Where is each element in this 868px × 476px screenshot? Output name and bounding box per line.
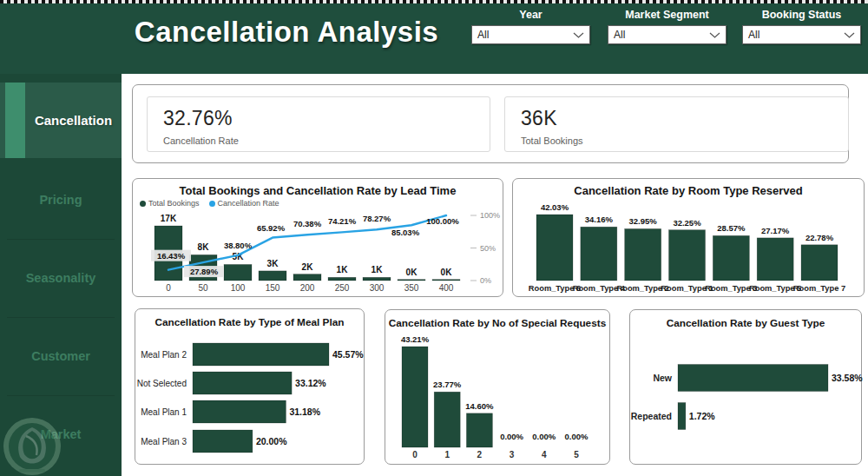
bar-value-label: 20.00% [256,436,287,446]
sidebar-item-label: Cancellation [35,113,112,128]
filter-market-segment: Market Segment All [608,9,727,44]
filter-year-dropdown[interactable]: All [471,25,590,44]
sidebar-item-seasonality[interactable]: Seasonality [0,239,122,317]
meal-plan-bar-chart: Meal Plan 245.57%Not Selected33.12%Meal … [135,309,365,466]
y-axis-label: New [653,373,672,383]
bar[interactable] [581,227,617,281]
divider [7,317,115,318]
line-value-label: 74.21% [328,216,357,226]
line-value-label: 78.27% [363,214,391,223]
bar-value-label: 0K [406,268,418,277]
bar[interactable] [678,403,686,430]
bar[interactable] [713,235,749,281]
y2-axis-label: 0% [480,276,491,285]
x-axis-label: 2 [477,450,483,459]
bar-value-label: 33.58% [832,373,863,383]
x-axis-label: 4 [542,450,547,459]
bar-value-label: 43.21% [401,334,430,344]
x-axis-label: 200 [300,283,315,293]
chart-card-guest-type: Cancellation Rate by Guest Type New33.58… [629,309,862,465]
page-title: Cancellation Analysis [126,16,447,49]
filter-market-segment-value: All [614,29,625,41]
bar[interactable] [434,392,460,447]
line-value-label: 65.92% [257,223,286,233]
filter-market-segment-dropdown[interactable]: All [608,25,727,44]
chevron-down-icon [844,32,855,38]
bar-value-label: 32.95% [629,216,658,226]
line-value-label: 100.00% [426,216,459,226]
bar-value-label: 34.16% [585,215,614,224]
bar[interactable] [678,365,828,392]
bar[interactable] [801,245,838,281]
bar-value-label: 14.60% [465,401,494,411]
line-value-label: 70.38% [293,219,322,228]
bar[interactable] [193,400,286,423]
bar[interactable] [193,343,329,366]
bar[interactable] [536,215,573,281]
header-bar: Cancellation Analysis Year All Market Se… [0,0,868,74]
lead-time-combo-chart: 17K08K505K1003K1502K2001K2501K3000K3500K… [133,179,504,298]
x-axis-label: 300 [370,283,385,293]
y-axis-label: Meal Plan 2 [141,350,187,360]
divider [7,395,115,396]
bar-total-bookings[interactable] [259,271,286,281]
bar[interactable] [193,430,253,453]
bar-value-label: 27.17% [761,226,790,235]
bar-value-label: 1K [337,265,349,274]
chart-card-meal-plan: Cancellation Rate by Type of Meal Plan M… [135,308,365,465]
x-axis-label: 100 [231,283,246,293]
filter-booking-status: Booking Status All [742,9,861,44]
bar-value-label: 8K [198,242,210,252]
bar-total-bookings[interactable] [224,264,252,281]
bar-total-bookings[interactable] [432,280,460,281]
chart-card-lead-time: Total Bookings and Cancellation Rate by … [132,178,503,297]
bar[interactable] [757,238,793,281]
line-value-label: 85.03% [391,228,420,237]
chevron-down-icon [573,32,584,38]
divider [7,239,115,240]
bar[interactable] [669,230,706,281]
filter-year-value: All [477,29,489,41]
filter-market-segment-label: Market Segment [608,9,727,21]
bar-value-label: 1.72% [689,411,715,421]
line-value-label: 16.43% [157,251,186,261]
bar[interactable] [625,228,661,281]
bar-total-bookings[interactable] [293,274,321,281]
x-axis-label: 0 [166,283,171,293]
bar-value-label: 23.77% [433,380,462,389]
chevron-down-icon [709,32,720,38]
kpi-value: 32.76% [163,107,490,130]
sidebar-item-pricing[interactable]: Pricing [0,161,122,239]
bar[interactable] [466,413,492,447]
special-requests-bar-chart: 43.21%023.77%114.60%20.00%30.00%40.00%5 [385,310,611,466]
bar-value-label: 2K [302,262,314,272]
chart-card-room-type: Cancellation Rate by Room Type Reserved … [512,178,865,297]
kpi-label: Total Bookings [521,136,848,146]
bar[interactable] [402,347,428,447]
bar-total-bookings[interactable] [363,277,391,281]
y-axis-label: Repeated [631,411,672,421]
filter-booking-status-dropdown[interactable]: All [742,25,861,44]
bar-value-label: 0K [441,268,453,277]
line-value-label: 27.89% [190,267,219,276]
x-axis-label: 400 [439,283,454,293]
bar-value-label: 17K [161,214,177,223]
kpi-total-bookings: 36K Total Bookings [504,96,849,152]
sidebar-item-label: Seasonality [26,271,96,285]
bar[interactable] [193,372,292,394]
x-axis-label: 5 [574,450,579,459]
bar-value-label: 28.57% [717,223,746,233]
bar-value-label: 42.03% [541,202,569,212]
x-axis-label: 250 [335,283,350,293]
x-axis-label: 350 [404,283,419,293]
kpi-container-card: 32.76% Cancellation Rate 36K Total Booki… [132,84,849,163]
bar-total-bookings[interactable] [398,280,425,281]
x-axis-label: 150 [266,283,280,293]
bar-total-bookings[interactable] [328,277,356,281]
sidebar-item-cancellation[interactable]: Cancellation [0,83,122,158]
x-axis-label: 1 [444,450,450,459]
sidebar-item-customer[interactable]: Customer [0,317,122,395]
filter-booking-status-label: Booking Status [742,9,861,21]
x-axis-label: Room_Type 7 [793,284,845,293]
logo-watermark [0,415,66,476]
